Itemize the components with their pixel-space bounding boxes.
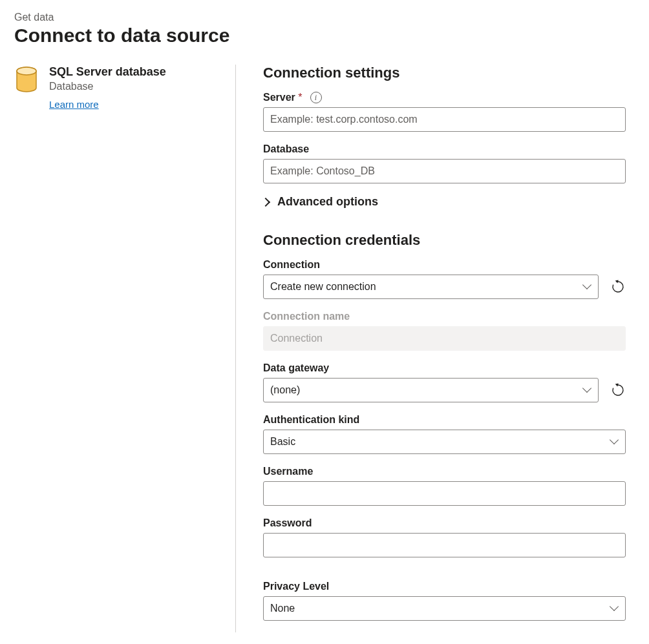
advanced-options-toggle[interactable]: Advanced options [263,195,626,209]
privacy-level-label: Privacy Level [263,581,626,592]
connection-settings-heading: Connection settings [263,65,626,81]
refresh-connection-button[interactable] [610,279,626,295]
chevron-down-icon [610,604,619,613]
refresh-icon [611,280,625,294]
database-icon [14,66,39,95]
auth-kind-select[interactable]: Basic [263,430,626,454]
data-source-card: SQL Server database Database Learn more [14,65,222,110]
learn-more-link[interactable]: Learn more [49,99,99,110]
data-gateway-select[interactable]: (none) [263,378,599,402]
password-label: Password [263,517,626,529]
svg-point-1 [17,67,36,75]
info-icon[interactable]: i [310,92,322,103]
source-subtitle: Database [49,81,166,92]
connection-credentials-heading: Connection credentials [263,232,626,249]
refresh-icon [611,383,625,397]
required-indicator: * [298,92,302,103]
connection-name-input: Connection [263,326,626,351]
database-input[interactable] [263,159,626,183]
database-label: Database [263,143,626,155]
chevron-down-icon [582,386,591,395]
password-input[interactable] [263,533,626,557]
privacy-level-select[interactable]: None [263,596,626,621]
connection-name-label: Connection name [263,311,626,322]
username-input[interactable] [263,481,626,506]
breadcrumb: Get data [14,12,635,23]
connection-select[interactable]: Create new connection [263,275,599,299]
auth-kind-label: Authentication kind [263,414,626,426]
server-label: Server * i [263,92,322,103]
username-label: Username [263,466,626,477]
chevron-right-icon [263,198,271,206]
chevron-down-icon [610,437,619,446]
chevron-down-icon [582,282,591,291]
source-title: SQL Server database [49,65,166,79]
connection-label: Connection [263,259,626,271]
server-input[interactable] [263,107,626,132]
data-gateway-label: Data gateway [263,362,626,374]
page-title: Connect to data source [14,25,635,47]
refresh-gateway-button[interactable] [610,382,626,398]
